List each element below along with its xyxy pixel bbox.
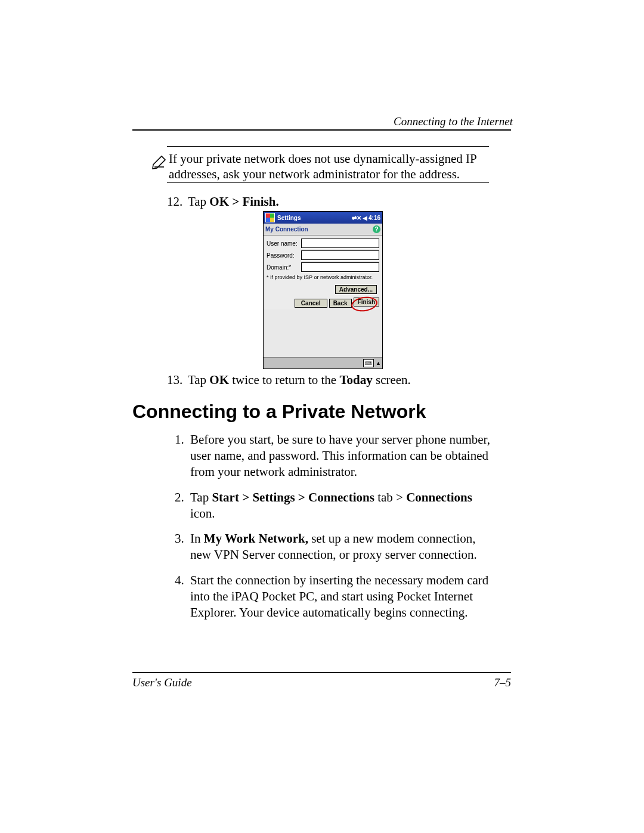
username-label: User name:	[267, 240, 301, 247]
finish-button-wrap: Finish	[354, 299, 379, 308]
seg: In	[190, 531, 204, 546]
note-pencil-icon	[151, 154, 168, 173]
note-rule-bottom	[167, 182, 489, 183]
seg: Start > Settings > Connections	[212, 490, 374, 504]
list-item: 1. Before you start, be sure to have you…	[175, 432, 497, 480]
step-13-p0: Tap	[188, 373, 209, 387]
keyboard-icon[interactable]: ⌨	[363, 359, 374, 367]
password-label: Password:	[267, 252, 301, 259]
section-heading: Connecting to a Private Network	[132, 401, 426, 423]
step-12-number: 12.	[167, 194, 185, 209]
start-flag-icon[interactable]	[265, 213, 275, 222]
domain-label: Domain:*	[267, 264, 301, 271]
step-12-bold: OK > Finish.	[209, 194, 278, 209]
seg: My Work Network,	[204, 531, 308, 546]
sip-arrow-icon[interactable]: ▲	[376, 360, 381, 366]
step-13: 13. Tap OK twice to return to the Today …	[167, 373, 489, 388]
username-input[interactable]	[301, 239, 379, 248]
pda-bottombar: ⌨ ▲	[264, 357, 382, 368]
pda-footnote: * If provided by ISP or network administ…	[267, 274, 379, 280]
seg: icon.	[190, 506, 215, 521]
list-item: 2. Tap Start > Settings > Connections ta…	[175, 490, 497, 522]
advanced-button[interactable]: Advanced...	[335, 285, 377, 294]
list-number: 1.	[175, 432, 190, 480]
help-icon[interactable]: ?	[373, 225, 380, 233]
list-number: 3.	[175, 531, 190, 563]
seg: Connections	[406, 490, 472, 504]
list-item: 4. Start the connection by inserting the…	[175, 572, 497, 621]
running-head: Connecting to the Internet	[394, 115, 513, 128]
pda-screenshot: Settings ⇄✕ ◀ 4:16 My Connection ? User …	[263, 211, 383, 369]
pda-form: User name: Password: Domain:* * If provi…	[264, 236, 382, 309]
step-12-pre: Tap	[188, 194, 209, 209]
header-rule	[132, 129, 511, 131]
list-text: Start the connection by inserting the ne…	[190, 572, 497, 621]
list-text: In My Work Network, set up a new modem c…	[190, 531, 497, 563]
list-text: Before you start, be sure to have your s…	[190, 432, 497, 480]
step-13-p4: screen.	[373, 373, 411, 387]
cancel-button[interactable]: Cancel	[295, 299, 327, 308]
finish-button[interactable]: Finish	[354, 298, 379, 306]
note-rule-top	[167, 146, 489, 147]
step-13-number: 13.	[167, 373, 185, 388]
note-text: If your private network does not use dyn…	[169, 151, 491, 182]
list-number: 4.	[175, 572, 190, 621]
step-12: 12. Tap OK > Finish.	[167, 194, 489, 209]
pda-subtitle: My Connection	[265, 226, 308, 233]
footer-left: User's Guide	[132, 676, 192, 689]
footer-right: 7–5	[494, 676, 512, 689]
step-13-p1: OK	[209, 373, 229, 387]
list-item: 3. In My Work Network, set up a new mode…	[175, 531, 497, 563]
pda-title: Settings	[277, 215, 352, 221]
password-input[interactable]	[301, 250, 379, 260]
domain-input[interactable]	[301, 262, 379, 272]
footer-rule	[132, 672, 511, 673]
pda-clock: 4:16	[369, 215, 380, 221]
speaker-icon[interactable]: ◀	[363, 215, 367, 221]
step-13-p2: twice to return to the	[229, 373, 339, 387]
seg: Tap	[190, 490, 212, 504]
seg: tab >	[374, 490, 406, 504]
list-number: 2.	[175, 490, 190, 522]
list-text: Tap Start > Settings > Connections tab >…	[190, 490, 497, 522]
numbered-list: 1. Before you start, be sure to have you…	[175, 432, 497, 630]
pda-titlebar: Settings ⇄✕ ◀ 4:16	[264, 212, 382, 224]
step-13-p3: Today	[339, 373, 372, 387]
document-page: Connecting to the Internet If your priva…	[0, 0, 644, 833]
connectivity-icon[interactable]: ⇄✕	[352, 215, 361, 221]
back-button[interactable]: Back	[329, 299, 352, 308]
pda-subtitle-bar: My Connection ?	[264, 224, 382, 236]
